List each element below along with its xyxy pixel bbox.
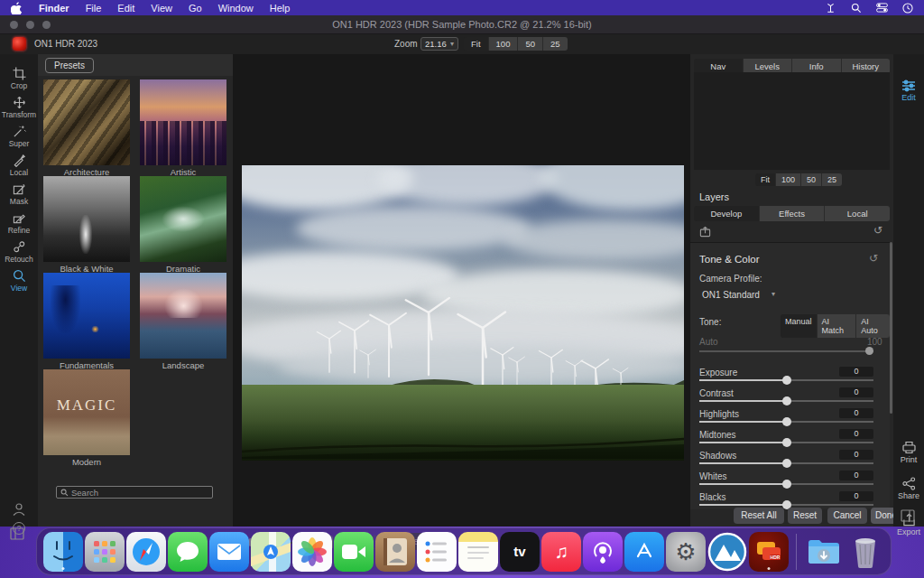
dock-contacts-icon[interactable] [375, 532, 415, 572]
dock-system-settings-icon[interactable]: ⚙ [666, 532, 706, 572]
control-center-icon[interactable] [876, 3, 888, 13]
dock-finder-icon[interactable] [43, 532, 83, 572]
dock-music-icon[interactable]: ♫ [541, 532, 581, 572]
nav-50-button[interactable]: 50 [801, 173, 822, 186]
slider-shadows: Shadows 0 [699, 451, 873, 471]
tool-refine[interactable]: Refine [0, 211, 38, 235]
photo-wind-turbines[interactable] [242, 165, 684, 461]
contrast-value[interactable]: 0 [839, 387, 873, 397]
highlights-value[interactable]: 0 [839, 408, 873, 418]
reset-all-button[interactable]: Reset All [734, 508, 784, 524]
toggle-right-panel-icon[interactable] [901, 509, 915, 522]
dock-apple-tv-icon[interactable]: tv [500, 532, 540, 572]
tool-super[interactable]: Super [0, 125, 38, 148]
apple-menu-icon[interactable] [11, 2, 22, 14]
preset-search-field[interactable] [56, 486, 213, 499]
wifi-icon[interactable] [825, 3, 836, 14]
dock-downloads-icon[interactable] [804, 532, 844, 572]
account-icon[interactable] [12, 502, 26, 520]
nav-fit-button[interactable]: Fit [755, 173, 776, 186]
midtones-value[interactable]: 0 [839, 429, 873, 439]
dock-maps-icon[interactable] [251, 532, 291, 572]
dock-facetime-icon[interactable] [334, 532, 374, 572]
menu-item-go[interactable]: Go [180, 3, 210, 14]
exposure-value[interactable]: 0 [839, 367, 873, 377]
tone-color-pane: Tone & Color ↺ Camera Profile: ON1 Stand… [690, 242, 890, 509]
navigator-preview[interactable] [694, 72, 890, 170]
menu-item-file[interactable]: File [78, 3, 110, 14]
contrast-slider-knob[interactable] [782, 396, 791, 406]
highlights-slider-knob[interactable] [782, 417, 791, 426]
crop-icon [13, 67, 26, 80]
tone-color-reset-icon[interactable]: ↺ [869, 252, 878, 265]
dock-on1-photo-raw-icon[interactable] [707, 532, 747, 572]
nav-25-button[interactable]: 25 [822, 173, 842, 186]
menu-item-window[interactable]: Window [210, 3, 262, 14]
midtones-slider-knob[interactable] [782, 438, 791, 447]
shadows-value[interactable]: 0 [839, 450, 873, 460]
tool-local[interactable]: Local [0, 154, 38, 177]
dock-messages-icon[interactable] [168, 532, 208, 572]
cancel-button[interactable]: Cancel [827, 508, 867, 524]
dock-notes-icon[interactable] [458, 532, 498, 572]
tab-effects[interactable]: Effects [760, 206, 826, 221]
tone-ai-match-button[interactable]: AI Match [818, 314, 857, 338]
preset-dramatic[interactable]: Dramatic [140, 176, 226, 274]
spotlight-search-icon[interactable] [851, 3, 862, 14]
whites-slider-knob[interactable] [782, 480, 791, 489]
tool-mask[interactable]: Mask [0, 182, 38, 206]
share-button[interactable]: Share [893, 477, 924, 500]
shadows-slider-knob[interactable] [782, 459, 791, 468]
save-preset-icon[interactable] [699, 226, 711, 239]
preset-fundamentals[interactable]: Fundamentals [43, 273, 130, 370]
tool-transform[interactable]: Transform [0, 96, 38, 119]
dock-reminders-icon[interactable] [417, 532, 457, 572]
right-panel: Nav Levels Info History Fit 100 50 25 La… [690, 54, 893, 527]
exposure-slider-knob[interactable] [782, 376, 791, 385]
zoom-fit-button[interactable]: Fit [464, 37, 489, 51]
tone-ai-auto-button[interactable]: AI Auto [856, 314, 890, 338]
menu-item-help[interactable]: Help [262, 3, 299, 14]
tab-local[interactable]: Local [825, 206, 890, 221]
edit-mode-button[interactable]: Edit [893, 79, 924, 102]
search-input[interactable] [71, 488, 207, 498]
tab-develop[interactable]: Develop [694, 206, 760, 221]
whites-value[interactable]: 0 [839, 471, 873, 480]
zoom-50-button[interactable]: 50 [518, 37, 543, 51]
menu-item-edit[interactable]: Edit [109, 3, 143, 14]
dock-photos-icon[interactable] [292, 532, 332, 572]
preset-landscape[interactable]: Landscape [140, 273, 226, 370]
dock-podcasts-icon[interactable] [583, 532, 623, 572]
tone-manual-button[interactable]: Manual [781, 314, 818, 338]
print-button[interactable]: Print [893, 441, 924, 464]
reset-develop-icon[interactable]: ↺ [873, 224, 882, 237]
dock-mail-icon[interactable] [209, 532, 249, 572]
panel-scrollbar[interactable] [890, 242, 892, 414]
dock-launchpad-icon[interactable] [85, 532, 125, 572]
auto-slider-knob[interactable] [865, 347, 873, 355]
zoom-100-button[interactable]: 100 [489, 37, 519, 51]
dock-on1-hdr-icon[interactable]: HDR [749, 532, 789, 572]
tool-retouch[interactable]: Retouch [0, 240, 38, 264]
blacks-value[interactable]: 0 [839, 491, 873, 501]
dock-safari-icon[interactable] [126, 532, 166, 572]
camera-profile-dropdown[interactable]: ON1 Standard [702, 290, 760, 300]
reset-button[interactable]: Reset [788, 508, 822, 524]
clock-icon[interactable] [902, 3, 913, 14]
menu-item-view[interactable]: View [143, 3, 180, 14]
menu-item-finder[interactable]: Finder [31, 3, 78, 14]
tool-crop[interactable]: Crop [0, 67, 38, 90]
mask-brush-icon [13, 182, 26, 196]
dock-app-store-icon[interactable] [624, 532, 664, 572]
tool-view[interactable]: View [0, 269, 38, 293]
presets-button[interactable]: Presets [45, 58, 94, 73]
preset-architecture[interactable]: Architecture [43, 79, 130, 177]
preset-modern[interactable]: MAGIC Modern [43, 369, 130, 467]
zoom-value-dropdown[interactable]: 21.16 ▾ [420, 37, 458, 51]
zoom-25-button[interactable]: 25 [543, 37, 568, 51]
dock-trash-icon[interactable] [845, 532, 885, 572]
toggle-left-panel-icon[interactable] [10, 527, 24, 544]
preset-black-white[interactable]: Black & White [43, 176, 130, 274]
preset-artistic[interactable]: Artistic [140, 79, 226, 177]
nav-100-button[interactable]: 100 [776, 173, 801, 186]
